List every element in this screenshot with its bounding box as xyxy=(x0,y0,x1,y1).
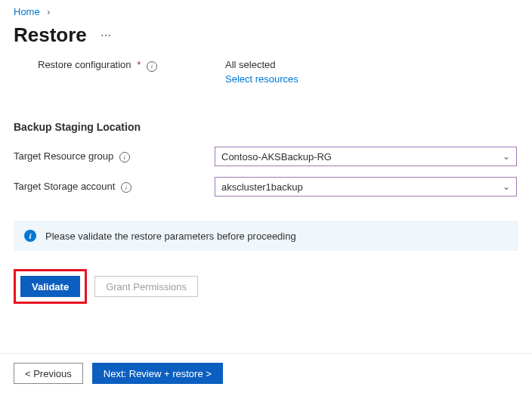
storage-account-value: akscluster1backup xyxy=(221,181,303,193)
action-button-row: Validate Grant Permissions xyxy=(14,269,518,304)
resource-group-label-text: Target Resource group xyxy=(14,150,113,162)
resource-group-value: Contoso-AKSBackup-RG xyxy=(221,151,332,162)
resource-group-select[interactable]: Contoso-AKSBackup-RG ⌄ xyxy=(215,147,517,166)
wizard-footer: < Previous Next: Review + restore > xyxy=(0,353,532,393)
breadcrumb: Home › xyxy=(0,0,532,20)
restore-config-label-text: Restore configuration xyxy=(38,59,131,70)
chevron-right-icon: › xyxy=(47,7,50,17)
validate-button[interactable]: Validate xyxy=(20,276,80,297)
content-area: Restore configuration * i All selected S… xyxy=(0,56,532,304)
storage-account-label-text: Target Storage account xyxy=(14,181,115,192)
restore-config-label: Restore configuration * i xyxy=(38,59,225,72)
breadcrumb-home[interactable]: Home xyxy=(14,6,40,17)
required-asterisk: * xyxy=(137,59,141,70)
info-icon[interactable]: i xyxy=(121,182,131,193)
resource-group-label: Target Resource group i xyxy=(14,150,215,163)
staging-heading: Backup Staging Location xyxy=(14,89,518,147)
page-title: Restore xyxy=(14,23,87,47)
grant-permissions-button: Grant Permissions xyxy=(94,276,198,297)
infobar-message: Please validate the restore parameters b… xyxy=(45,231,296,242)
restore-configuration-row: Restore configuration * i All selected S… xyxy=(14,56,518,89)
info-badge-icon: i xyxy=(24,230,36,242)
more-actions-button[interactable]: ⋯ xyxy=(97,26,115,45)
storage-account-label: Target Storage account i xyxy=(14,181,215,193)
storage-account-select[interactable]: akscluster1backup ⌄ xyxy=(215,177,517,196)
select-resources-link[interactable]: Select resources xyxy=(225,73,298,85)
validation-infobar: i Please validate the restore parameters… xyxy=(14,221,518,251)
chevron-down-icon: ⌄ xyxy=(503,181,510,192)
validate-highlight: Validate xyxy=(14,269,87,304)
next-button[interactable]: Next: Review + restore > xyxy=(92,363,223,384)
previous-button[interactable]: < Previous xyxy=(14,363,83,384)
target-storage-account-row: Target Storage account i akscluster1back… xyxy=(14,177,518,196)
info-icon[interactable]: i xyxy=(147,61,157,72)
chevron-down-icon: ⌄ xyxy=(503,151,510,162)
restore-config-value-col: All selected Select resources xyxy=(225,59,298,85)
page-title-row: Restore ⋯ xyxy=(0,20,532,56)
restore-config-value: All selected xyxy=(225,59,298,70)
target-resource-group-row: Target Resource group i Contoso-AKSBacku… xyxy=(14,147,518,166)
info-icon[interactable]: i xyxy=(119,152,130,162)
